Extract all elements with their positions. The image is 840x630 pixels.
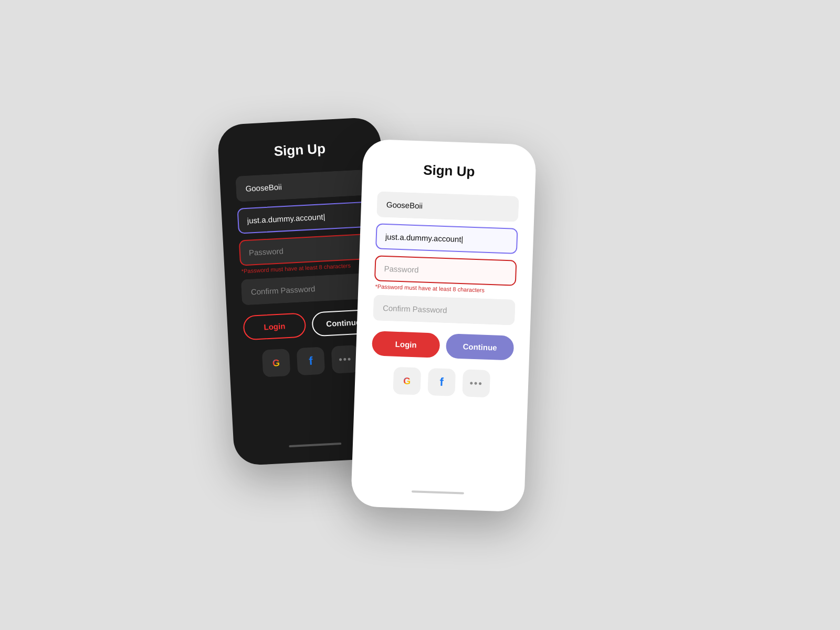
dark-facebook-button[interactable]: f (297, 346, 326, 375)
dark-confirm-password-input[interactable] (241, 272, 373, 305)
dark-buttons-row: Login Continue (243, 309, 375, 340)
light-phone-form: *Password must have at least 8 character… (367, 191, 519, 494)
light-buttons-row: Login Continue (372, 331, 514, 360)
light-password-input[interactable] (374, 255, 517, 286)
light-social-row: G f ••• (370, 366, 513, 398)
dark-username-input[interactable] (235, 170, 368, 202)
dark-phone-title: Sign Up (274, 141, 326, 160)
light-facebook-button[interactable]: f (427, 368, 456, 396)
more-icon: ••• (339, 353, 352, 365)
light-login-button[interactable]: Login (372, 331, 440, 358)
light-google-button[interactable]: G (393, 367, 421, 395)
phones-container: Sign Up *Password must have at least 8 c… (210, 79, 630, 551)
google-icon: G (403, 375, 411, 386)
light-confirm-password-input[interactable] (373, 295, 516, 325)
google-icon: G (272, 357, 280, 369)
facebook-icon: f (439, 375, 444, 389)
light-password-error: *Password must have at least 8 character… (374, 283, 485, 293)
dark-email-input[interactable] (237, 202, 370, 234)
facebook-icon: f (309, 354, 313, 368)
light-phone: Sign Up *Password must have at least 8 c… (351, 139, 537, 512)
dark-login-button[interactable]: Login (243, 312, 306, 340)
dark-password-input[interactable] (239, 234, 371, 266)
light-phone-title: Sign Up (423, 162, 475, 180)
dark-google-button[interactable]: G (262, 349, 291, 377)
light-username-input[interactable] (376, 191, 519, 222)
light-more-button[interactable]: ••• (462, 369, 490, 397)
more-icon: ••• (469, 377, 483, 389)
light-continue-button[interactable]: Continue (446, 333, 514, 360)
light-email-input[interactable] (375, 223, 518, 254)
